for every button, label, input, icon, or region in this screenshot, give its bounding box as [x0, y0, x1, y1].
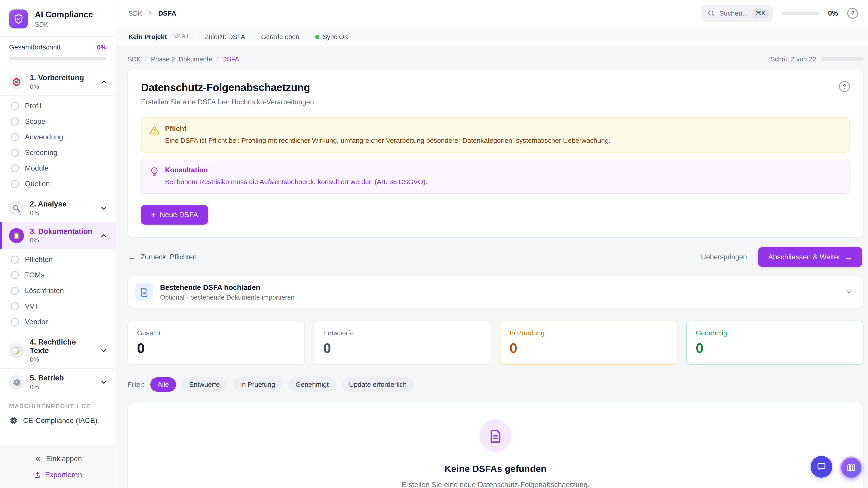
app-header: AI Compliance SDK — [0, 0, 116, 36]
topbar-progress-track — [782, 12, 819, 15]
sidebar-item-label: VVT — [25, 302, 39, 311]
search-icon — [708, 10, 715, 17]
section-items-dokumentation: Pflichten TOMs Löschfristen VVT Vendor — [0, 250, 116, 333]
search-input[interactable]: Suchen... ⌘K — [701, 5, 773, 22]
section-title: 2. Analyse — [30, 200, 94, 208]
export-button[interactable]: Exportieren — [34, 470, 82, 479]
warning-triangle-icon — [150, 126, 159, 135]
sidebar-section-dokumentation[interactable]: 3. Dokumentation 0% — [0, 222, 116, 250]
status-bar: Kein Projekt V001 Zuletzt: DSFA Gerade e… — [116, 27, 868, 47]
divider — [307, 33, 307, 41]
page-title: Datenschutz-Folgenabschaetzung — [141, 81, 310, 94]
collapse-sidebar-button[interactable]: Einklappen — [34, 455, 82, 463]
finish-next-label: Abschliessen & Weiter — [768, 253, 840, 261]
sidebar-item-vendor[interactable]: Vendor — [0, 314, 116, 330]
stat-value: 0 — [323, 340, 482, 356]
filter-label: Filter: — [127, 381, 145, 388]
consultation-alert-text: Bei hohem Restrisiko muss die Aufsichtsb… — [165, 177, 428, 187]
consultation-alert-title: Konsultation — [165, 166, 428, 174]
warning-alert-title: Pflicht — [165, 125, 611, 133]
sidebar-item-label: Vendor — [25, 318, 48, 326]
chevron-down-icon[interactable] — [844, 288, 854, 297]
skip-button[interactable]: Ueberspringen — [701, 253, 747, 261]
empty-state-title: Keine DSFAs gefunden — [444, 464, 546, 474]
radio-circle-icon — [11, 133, 19, 141]
section-title: 3. Dokumentation — [30, 227, 94, 236]
upload-existing-panel[interactable]: Bestehende DSFA hochladen Optional - bes… — [127, 276, 864, 308]
section-title: 5. Betrieb — [30, 374, 94, 382]
sidebar-item-label: Module — [25, 164, 49, 172]
sidebar-section-betrieb[interactable]: 5. Betrieb 0% — [0, 369, 116, 396]
radio-circle-icon — [11, 180, 19, 188]
wizard-nav-row: ← Zurueck: Pflichten Ueberspringen Absch… — [128, 247, 862, 267]
sidebar-item-label: CE-Compliance (IACE) — [23, 416, 97, 425]
filter-pill-update-erforderlich[interactable]: Update erforderlich — [342, 377, 414, 392]
sidebar-item-module[interactable]: Module — [0, 160, 116, 176]
sidebar-item-label: Pflichten — [25, 255, 53, 264]
filter-row: Filter: Alle Entwuerfe In Pruefung Geneh… — [127, 377, 864, 392]
stat-label: Gesamt — [137, 329, 295, 337]
sidebar-item-screening[interactable]: Screening — [0, 145, 116, 160]
sidebar-item-pflichten[interactable]: Pflichten — [0, 252, 116, 267]
clipboard-icon — [9, 228, 24, 243]
chevron-right-icon — [147, 10, 154, 17]
topbar: SDK DSFA Suchen... ⌘K 0% ? — [116, 0, 868, 27]
step-indicator: Schritt 2 von 22 — [771, 56, 816, 63]
section-percent: 0% — [30, 383, 94, 391]
dsfa-card: Datenschutz-Folgenabschaetzung ? Erstell… — [127, 69, 864, 238]
stat-value: 0 — [696, 340, 854, 356]
sidebar-item-label: Scope — [25, 117, 45, 126]
finish-next-button[interactable]: Abschliessen & Weiter → — [758, 247, 862, 267]
sidebar-nav: 1. Vorbereitung 0% Profil Scope Anwendun… — [0, 68, 116, 446]
cpu-icon — [9, 416, 18, 425]
sidebar-section-vorbereitung[interactable]: 1. Vorbereitung 0% — [0, 68, 116, 96]
breadcrumb-phase[interactable]: Phase 2: Dokumente — [151, 56, 212, 63]
overall-progress-label: Gesamtfortschritt — [9, 43, 61, 51]
back-link[interactable]: ← Zurueck: Pflichten — [128, 253, 197, 261]
export-label: Exportieren — [45, 470, 82, 479]
new-dsfa-button[interactable]: + Neue DSFA — [141, 205, 208, 225]
filter-pill-in-pruefung[interactable]: In Pruefung — [233, 377, 282, 392]
chevron-up-icon — [100, 78, 107, 86]
breadcrumb-separator: / — [216, 56, 218, 63]
sidebar-item-toms[interactable]: TOMs — [0, 267, 116, 283]
filter-pill-entwuerfe[interactable]: Entwuerfe — [182, 377, 227, 392]
sidebar-item-ce-compliance[interactable]: CE-Compliance (IACE) — [0, 413, 116, 431]
last-edited-time: Gerade eben — [261, 33, 299, 41]
help-icon[interactable]: ? — [847, 8, 858, 19]
magnifier-icon — [9, 201, 24, 216]
radio-circle-icon — [11, 271, 19, 279]
sidebar-item-loeschfristen[interactable]: Löschfristen — [0, 283, 116, 298]
sidebar-item-anwendung[interactable]: Anwendung — [0, 129, 116, 145]
arrow-right-icon: → — [844, 253, 852, 261]
sidebar-item-vvt[interactable]: VVT — [0, 298, 116, 314]
breadcrumb-root[interactable]: SDK — [127, 56, 141, 63]
sidebar-item-quellen[interactable]: Quellen — [0, 176, 116, 192]
plus-icon: + — [151, 211, 156, 219]
sidebar-item-label: Anwendung — [25, 133, 63, 141]
help-icon[interactable]: ? — [839, 81, 850, 92]
radio-circle-icon — [11, 118, 19, 126]
sidebar-item-scope[interactable]: Scope — [0, 113, 116, 129]
filter-pill-genehmigt[interactable]: Genehmigt — [288, 377, 336, 392]
divider — [253, 33, 253, 41]
gear-icon — [9, 375, 24, 390]
sidebar-section-analyse[interactable]: 2. Analyse 0% — [0, 195, 116, 222]
filter-pill-alle[interactable]: Alle — [150, 377, 176, 392]
document-icon — [488, 429, 503, 443]
chevron-down-icon — [100, 204, 107, 212]
lightbulb-icon — [150, 167, 159, 176]
radio-circle-icon — [11, 102, 19, 110]
sidebar-item-label: Quellen — [25, 180, 50, 188]
breadcrumb-current: DSFA — [222, 56, 239, 63]
sidebar-section-rechtliche-texte[interactable]: 4. Rechtliche Texte 0% — [0, 333, 116, 369]
board-view-fab-button[interactable] — [840, 456, 863, 479]
sidebar-item-profil[interactable]: Profil — [0, 98, 116, 113]
page-subtitle: Erstellen Sie eine DSFA fuer Hochrisiko-… — [141, 98, 850, 106]
overall-progress-value: 0% — [97, 43, 107, 51]
breadcrumb-root[interactable]: SDK — [128, 9, 143, 17]
project-name: Kein Projekt — [128, 33, 166, 41]
warning-alert: Pflicht Eine DSFA ist Pflicht bei: Profi… — [141, 118, 850, 153]
breadcrumb-current: DSFA — [158, 9, 176, 17]
chat-fab-button[interactable] — [811, 456, 832, 478]
